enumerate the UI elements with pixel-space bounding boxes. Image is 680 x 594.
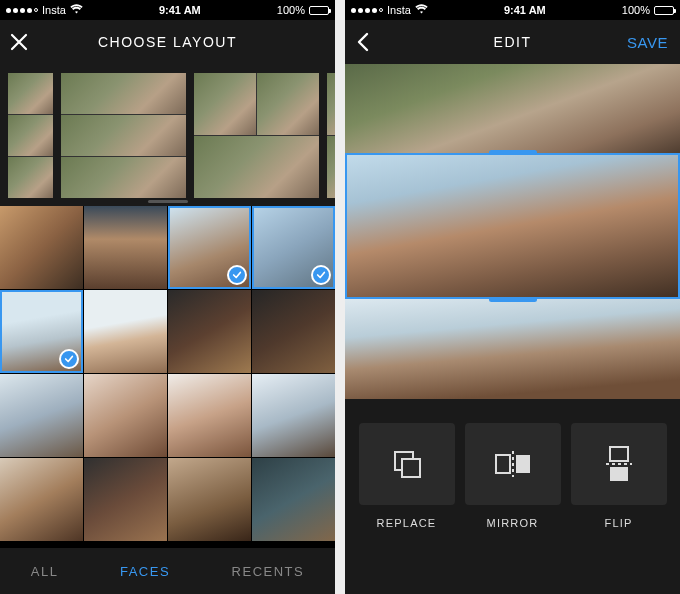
photo-thumb[interactable] [0, 290, 83, 373]
layout-option[interactable] [61, 73, 186, 198]
svg-rect-4 [516, 455, 530, 473]
photo-thumb[interactable] [84, 290, 167, 373]
wifi-icon [415, 4, 428, 16]
tool-row: REPLACE MIRROR FLIP [345, 399, 680, 594]
status-bar: Insta 9:41 AM 100% [345, 0, 680, 20]
flip-button[interactable] [571, 423, 667, 505]
clock: 9:41 AM [504, 4, 546, 16]
selected-check-icon [311, 265, 331, 285]
svg-rect-7 [610, 467, 628, 481]
resize-handle[interactable] [489, 150, 537, 155]
screen-edit: Insta 9:41 AM 100% EDIT SAVE [345, 0, 680, 594]
back-icon [355, 32, 369, 52]
page-title: CHOOSE LAYOUT [98, 34, 237, 50]
photo-thumb[interactable] [84, 374, 167, 457]
signal-dots-icon [6, 8, 38, 13]
carrier-label: Insta [387, 4, 411, 16]
collage [345, 64, 680, 399]
tab-recents[interactable]: RECENTS [232, 564, 305, 579]
selected-check-icon [227, 265, 247, 285]
photo-thumb[interactable] [84, 206, 167, 289]
layout-option[interactable] [327, 73, 335, 198]
wifi-icon [70, 4, 83, 16]
battery-pct: 100% [622, 4, 650, 16]
close-icon [10, 33, 28, 51]
save-button[interactable]: SAVE [627, 34, 668, 51]
layout-option[interactable] [194, 73, 319, 198]
photo-thumb[interactable] [168, 290, 251, 373]
svg-rect-5 [610, 447, 628, 461]
close-button[interactable] [10, 33, 28, 51]
layout-option[interactable] [8, 73, 53, 198]
status-bar: Insta 9:41 AM 100% [0, 0, 335, 20]
photo-grid [0, 206, 335, 548]
photo-thumb[interactable] [168, 374, 251, 457]
photo-thumb[interactable] [252, 374, 335, 457]
photo-thumb[interactable] [0, 458, 83, 541]
svg-rect-1 [402, 459, 420, 477]
selected-check-icon [59, 349, 79, 369]
photo-thumb[interactable] [252, 458, 335, 541]
resize-handle[interactable] [489, 297, 537, 302]
layout-options-strip[interactable] [0, 64, 335, 206]
collage-pane-selected[interactable] [345, 153, 680, 298]
replace-icon [390, 447, 424, 481]
carrier-label: Insta [42, 4, 66, 16]
battery-pct: 100% [277, 4, 305, 16]
photo-thumb[interactable] [0, 374, 83, 457]
nav-bar: EDIT SAVE [345, 20, 680, 64]
battery-icon [309, 6, 329, 15]
scroll-indicator [148, 200, 188, 203]
photo-thumb[interactable] [252, 206, 335, 289]
edit-canvas [345, 64, 680, 399]
nav-bar: CHOOSE LAYOUT [0, 20, 335, 64]
page-title: EDIT [494, 34, 532, 50]
replace-label: REPLACE [377, 517, 437, 529]
battery-icon [654, 6, 674, 15]
tab-faces[interactable]: FACES [120, 564, 170, 579]
screen-choose-layout: Insta 9:41 AM 100% CHOOSE LAYOUT [0, 0, 335, 594]
photo-thumb[interactable] [84, 458, 167, 541]
mirror-label: MIRROR [487, 517, 539, 529]
photo-thumb[interactable] [0, 206, 83, 289]
mirror-icon [494, 449, 532, 479]
photo-thumb[interactable] [252, 290, 335, 373]
clock: 9:41 AM [159, 4, 201, 16]
back-button[interactable] [355, 32, 369, 52]
photo-thumb[interactable] [168, 206, 251, 289]
mirror-button[interactable] [465, 423, 561, 505]
filter-tabs: ALL FACES RECENTS [0, 548, 335, 594]
tab-all[interactable]: ALL [31, 564, 59, 579]
collage-pane[interactable] [345, 299, 680, 400]
photo-thumb[interactable] [168, 458, 251, 541]
svg-rect-2 [496, 455, 510, 473]
replace-button[interactable] [359, 423, 455, 505]
collage-pane[interactable] [345, 64, 680, 153]
flip-icon [604, 445, 634, 483]
signal-dots-icon [351, 8, 383, 13]
flip-label: FLIP [604, 517, 632, 529]
